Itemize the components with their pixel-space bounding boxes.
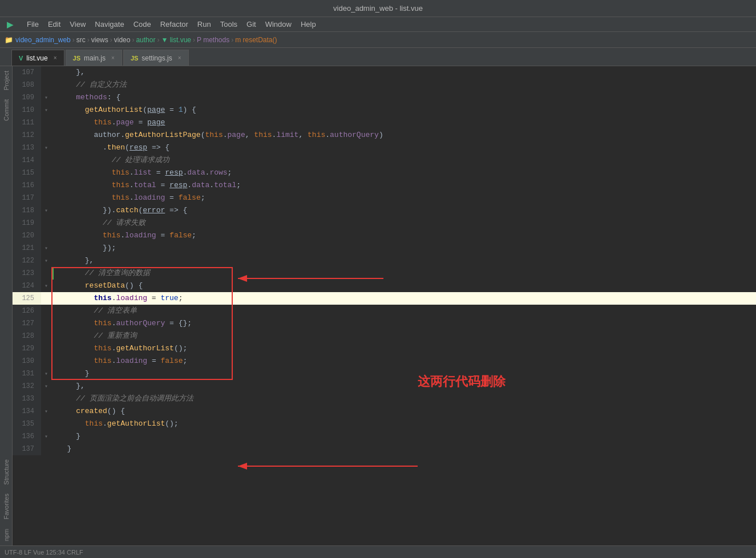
breadcrumb-views[interactable]: views	[91, 36, 108, 44]
menu-view[interactable]: View	[65, 19, 90, 30]
table-row: 118 ▾ }).catch(error => {	[13, 204, 756, 217]
table-row: 127 this.authorQuery = {};	[13, 317, 756, 330]
breadcrumb-methods[interactable]: P methods	[197, 36, 229, 44]
breadcrumb-resetdata[interactable]: m resetData()	[235, 36, 277, 44]
code-editor[interactable]: 107 }, 108 // 自定义方法 109 ▾ methods: {	[13, 66, 756, 558]
sidebar-favorites[interactable]: Favorites	[0, 489, 12, 524]
menu-code[interactable]: Code	[129, 19, 156, 30]
table-row: 124 ▾ resetData() {	[13, 280, 756, 292]
table-row: 122 ▾ },	[13, 254, 756, 267]
sidebar-project[interactable]: Project	[0, 66, 12, 95]
table-row: 113 ▾ .then(resp => {	[13, 141, 756, 154]
app-title: video_admin_web - list.vue	[333, 4, 423, 13]
menu-help[interactable]: Help	[296, 19, 321, 30]
table-row: 121 ▾ });	[13, 242, 756, 254]
code-lines: 107 }, 108 // 自定义方法 109 ▾ methods: {	[13, 66, 756, 455]
table-row: 112 author.getAuthorListPage(this.page, …	[13, 129, 756, 141]
table-row: 115 this.list = resp.data.rows;	[13, 167, 756, 179]
menu-git[interactable]: Git	[242, 19, 261, 30]
table-row: 108 // 自定义方法	[13, 79, 756, 91]
menu-tools[interactable]: Tools	[216, 19, 242, 30]
tab-settings-js[interactable]: JS settings.js ×	[123, 50, 189, 66]
table-row: 130 this.loading = false;	[13, 355, 756, 367]
table-row: 117 this.loading = false;	[13, 192, 756, 204]
table-row: 114 // 处理请求成功	[13, 154, 756, 167]
breadcrumb-listvue[interactable]: ▼ list.vue	[161, 36, 191, 44]
menu-run[interactable]: Run	[193, 19, 216, 30]
table-row: 128 // 重新查询	[13, 330, 756, 342]
breadcrumb-author[interactable]: author	[136, 36, 155, 44]
sidebar-structure[interactable]: Structure	[0, 455, 12, 490]
js-icon-main: JS	[73, 55, 80, 62]
table-row: 120 this.loading = false;	[13, 229, 756, 242]
table-row: 109 ▾ methods: {	[13, 91, 756, 104]
breadcrumb-video[interactable]: video	[114, 36, 131, 44]
status-info: UTF-8 LF Vue 125:34 CRLF	[5, 549, 83, 556]
table-row: 111 this.page = page	[13, 116, 756, 129]
sidebar-npm[interactable]: npm	[0, 524, 12, 545]
tab-label-list-vue: list.vue	[26, 54, 47, 62]
table-row: 123 // 清空查询的数据	[13, 267, 756, 280]
js-icon-settings: JS	[131, 55, 138, 62]
title-bar: video_admin_web - list.vue	[0, 0, 756, 17]
menu-edit[interactable]: Edit	[43, 19, 65, 30]
menu-bar: ▶ File Edit View Navigate Code Refactor …	[0, 17, 756, 32]
table-row: 133 // 页面渲染之前会自动调用此方法	[13, 393, 756, 405]
breadcrumb-src[interactable]: src	[76, 36, 86, 44]
editor-container: Project Commit Structure Favorites npm 1…	[0, 66, 756, 558]
tab-bar: V list.vue × JS main.js × JS settings.js…	[0, 48, 756, 66]
table-row: 126 // 清空表单	[13, 305, 756, 317]
table-row: 129 this.getAuthorList();	[13, 342, 756, 355]
tab-label-main-js: main.js	[84, 54, 106, 62]
table-row: 135 this.getAuthorList();	[13, 418, 756, 430]
menu-refactor[interactable]: Refactor	[156, 19, 193, 30]
app-icon: ▶	[2, 19, 18, 30]
tab-close-settings-js[interactable]: ×	[178, 55, 181, 61]
tab-close-list-vue[interactable]: ×	[54, 55, 57, 61]
table-row: 136 ▾ }	[13, 430, 756, 443]
status-bar: UTF-8 LF Vue 125:34 CRLF	[0, 545, 756, 558]
table-row: 137 }	[13, 443, 756, 455]
breadcrumb-icon: 📁	[5, 36, 13, 44]
breadcrumb-project[interactable]: video_admin_web	[15, 36, 71, 44]
tab-close-main-js[interactable]: ×	[111, 55, 115, 61]
table-row: 134 ▾ created() {	[13, 405, 756, 418]
tab-main-js[interactable]: JS main.js ×	[66, 50, 122, 66]
tab-label-settings-js: settings.js	[142, 54, 172, 62]
table-row: 116 this.total = resp.data.total;	[13, 179, 756, 192]
vue-icon: V	[19, 55, 23, 62]
table-row: 125 this.loading = true;	[13, 292, 756, 305]
table-row: 132 ▾ },	[13, 380, 756, 393]
menu-window[interactable]: Window	[261, 19, 296, 30]
table-row: 107 },	[13, 66, 756, 79]
menu-file[interactable]: File	[22, 19, 43, 30]
sidebar-commit[interactable]: Commit	[0, 95, 12, 126]
table-row: 110 ▾ getAuthorList(page = 1) {	[13, 104, 756, 116]
breadcrumb: 📁 video_admin_web › src › views › video …	[0, 32, 756, 48]
sidebar-panel: Project Commit Structure Favorites npm	[0, 66, 13, 545]
tab-list-vue[interactable]: V list.vue ×	[11, 50, 64, 66]
menu-navigate[interactable]: Navigate	[90, 19, 128, 30]
table-row: 131 ▾ }	[13, 367, 756, 380]
table-row: 119 // 请求失败	[13, 217, 756, 229]
